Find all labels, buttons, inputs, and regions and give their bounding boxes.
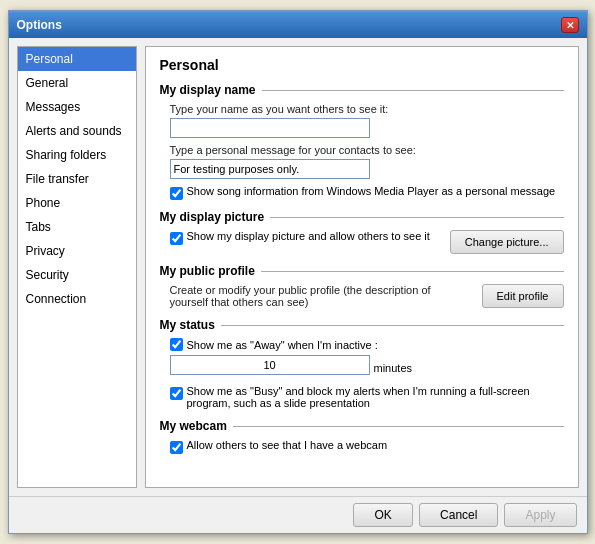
sidebar-item-general[interactable]: General <box>18 71 136 95</box>
webcam-checkbox[interactable] <box>170 441 183 454</box>
public-profile-content: Create or modify your public profile (th… <box>160 284 564 308</box>
sidebar-item-personal[interactable]: Personal <box>18 47 136 71</box>
minutes-input[interactable] <box>170 355 370 375</box>
profile-row: Create or modify your public profile (th… <box>170 284 564 308</box>
sidebar-item-connection[interactable]: Connection <box>18 287 136 311</box>
status-content: Show me as "Away" when I'm inactive : mi… <box>160 338 564 409</box>
dialog-title: Options <box>17 18 62 32</box>
profile-desc: Create or modify your public profile (th… <box>170 284 482 308</box>
display-picture-section: My display picture Show my display pictu… <box>160 210 564 254</box>
sidebar-item-sharing[interactable]: Sharing folders <box>18 143 136 167</box>
change-picture-button[interactable]: Change picture... <box>450 230 564 254</box>
apply-button[interactable]: Apply <box>504 503 576 527</box>
webcam-content: Allow others to see that I have a webcam <box>160 439 564 454</box>
title-bar: Options ✕ <box>9 12 587 38</box>
options-dialog: Options ✕ Personal General Messages Aler… <box>8 10 588 534</box>
dialog-footer: OK Cancel Apply <box>9 496 587 533</box>
webcam-label: Allow others to see that I have a webcam <box>187 439 388 451</box>
public-profile-section: My public profile Create or modify your … <box>160 264 564 308</box>
webcam-header: My webcam <box>160 419 564 433</box>
show-song-label: Show song information from Windows Media… <box>187 185 556 197</box>
sidebar: Personal General Messages Alerts and sou… <box>17 46 137 488</box>
webcam-row: Allow others to see that I have a webcam <box>170 439 564 454</box>
display-name-header: My display name <box>160 83 564 97</box>
personal-message-input[interactable] <box>170 159 370 179</box>
picture-row: Show my display picture and allow others… <box>170 230 564 254</box>
edit-profile-button[interactable]: Edit profile <box>482 284 564 308</box>
busy-row: Show me as "Busy" and block my alerts wh… <box>170 385 564 409</box>
webcam-section: My webcam Allow others to see that I hav… <box>160 419 564 454</box>
display-picture-content: Show my display picture and allow others… <box>160 230 564 254</box>
show-song-row: Show song information from Windows Media… <box>170 185 564 200</box>
sidebar-item-tabs[interactable]: Tabs <box>18 215 136 239</box>
public-profile-header: My public profile <box>160 264 564 278</box>
personal-message-label: Type a personal message for your contact… <box>170 144 564 156</box>
display-picture-header: My display picture <box>160 210 564 224</box>
cancel-button[interactable]: Cancel <box>419 503 498 527</box>
away-checkbox[interactable] <box>170 338 183 351</box>
show-picture-row: Show my display picture and allow others… <box>170 230 450 245</box>
dialog-body: Personal General Messages Alerts and sou… <box>9 38 587 496</box>
show-song-checkbox[interactable] <box>170 187 183 200</box>
picture-left: Show my display picture and allow others… <box>170 230 450 249</box>
sidebar-item-filetransfer[interactable]: File transfer <box>18 167 136 191</box>
display-name-content: Type your name as you want others to see… <box>160 103 564 200</box>
busy-label: Show me as "Busy" and block my alerts wh… <box>187 385 564 409</box>
busy-checkbox[interactable] <box>170 387 183 400</box>
display-name-input[interactable] <box>170 118 370 138</box>
sidebar-item-alerts[interactable]: Alerts and sounds <box>18 119 136 143</box>
content-area: Personal My display name Type your name … <box>145 46 579 488</box>
sidebar-item-phone[interactable]: Phone <box>18 191 136 215</box>
sidebar-item-messages[interactable]: Messages <box>18 95 136 119</box>
content-title: Personal <box>160 57 564 73</box>
away-row: Show me as "Away" when I'm inactive : mi… <box>170 338 564 381</box>
display-name-label: Type your name as you want others to see… <box>170 103 564 115</box>
sidebar-item-privacy[interactable]: Privacy <box>18 239 136 263</box>
status-section: My status Show me as "Away" when I'm ina… <box>160 318 564 409</box>
close-button[interactable]: ✕ <box>561 17 579 33</box>
status-header: My status <box>160 318 564 332</box>
show-picture-checkbox[interactable] <box>170 232 183 245</box>
away-label: Show me as "Away" when I'm inactive : <box>187 339 378 351</box>
sidebar-item-security[interactable]: Security <box>18 263 136 287</box>
ok-button[interactable]: OK <box>353 503 413 527</box>
display-name-section: My display name Type your name as you wa… <box>160 83 564 200</box>
show-picture-label: Show my display picture and allow others… <box>187 230 430 242</box>
minutes-label: minutes <box>374 362 413 374</box>
